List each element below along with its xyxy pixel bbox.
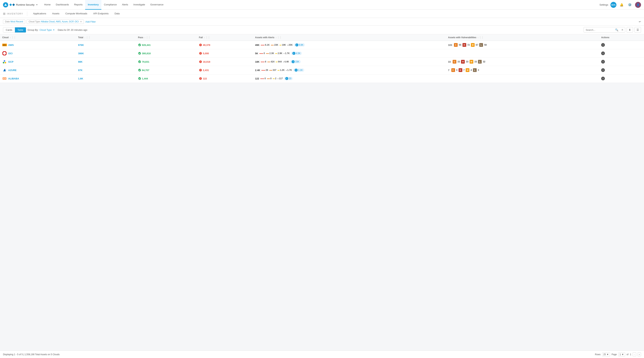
alerts-total-azure[interactable]: 2.4K bbox=[255, 69, 260, 72]
alerts-total-oci[interactable]: 5K bbox=[255, 52, 258, 55]
action-info-button-azure[interactable]: i bbox=[601, 68, 605, 72]
nav-item-governance[interactable]: Governance bbox=[148, 0, 166, 10]
download-button[interactable]: ⬇ bbox=[627, 27, 633, 33]
fail-value-azure[interactable]: 2,431 bbox=[203, 69, 209, 72]
subnav-item-api[interactable]: API Endpoints bbox=[90, 10, 112, 18]
alert-count[interactable]: 4.4K bbox=[284, 60, 289, 63]
group-by-value[interactable]: Cloud Type bbox=[40, 29, 52, 31]
brand-label[interactable]: Runtime Security bbox=[16, 3, 34, 6]
alerts-total-aws[interactable]: 49K bbox=[255, 44, 260, 47]
pass-value-aws[interactable]: 926,441 bbox=[142, 44, 151, 47]
cards-tab[interactable]: Cards bbox=[3, 28, 15, 33]
alerts-sort-icon[interactable]: ↕ bbox=[276, 37, 276, 39]
alert-count[interactable]: 0 bbox=[264, 52, 265, 55]
alert-count[interactable]: 0 bbox=[264, 77, 266, 80]
cloud-sort-icon[interactable]: ↕ bbox=[10, 37, 10, 39]
pass-value-azure[interactable]: 94,707 bbox=[142, 69, 150, 72]
alert-count[interactable]: 337 bbox=[272, 69, 276, 71]
reset-filter-icon[interactable]: ↩ bbox=[639, 20, 641, 23]
alerts-total-gcp[interactable]: 18K bbox=[255, 60, 260, 63]
notifications-icon[interactable]: 🔔 bbox=[619, 2, 624, 8]
alert-count[interactable]: 0 bbox=[270, 77, 272, 80]
table-tab[interactable]: Table bbox=[15, 28, 26, 33]
alert-count[interactable]: 1.7K bbox=[287, 69, 292, 71]
score-badge[interactable]: 81% bbox=[610, 2, 616, 8]
fail-value-oci[interactable]: 5,000 bbox=[203, 52, 209, 55]
cloud-type-filter-chip[interactable]: Cloud Type Alibaba Cloud, AWS, Azure, GC… bbox=[27, 20, 84, 24]
alert-count[interactable]: 424 bbox=[271, 60, 274, 63]
pass-value-gcp[interactable]: 79,831 bbox=[142, 60, 150, 63]
nav-item-inventory[interactable]: Inventory bbox=[85, 0, 101, 10]
search-icon[interactable]: 🔍 bbox=[614, 27, 620, 33]
brand-chevron-icon[interactable]: ▼ bbox=[36, 4, 38, 6]
pass-sort-icon[interactable]: ↕ bbox=[144, 37, 145, 39]
alert-info-aws[interactable]: i 9.8K bbox=[294, 43, 305, 47]
search-clear-icon[interactable]: ✕ bbox=[620, 27, 625, 33]
date-filter-chip[interactable]: Date Most Recent bbox=[3, 20, 25, 24]
alert-count[interactable]: 117 bbox=[279, 77, 283, 80]
subnav-item-compute[interactable]: Compute Workloads bbox=[62, 10, 90, 18]
settings-label[interactable]: Settings bbox=[600, 3, 608, 6]
alert-count[interactable]: 6 bbox=[265, 60, 266, 63]
alert-count[interactable]: 19K bbox=[282, 44, 286, 46]
fail-sort-icon[interactable]: ↕ bbox=[204, 37, 205, 39]
action-info-button-alibaba[interactable]: i bbox=[601, 77, 605, 80]
total-value-alibaba[interactable]: 1.6K bbox=[78, 77, 83, 80]
total-value-aws[interactable]: 976K bbox=[78, 44, 84, 47]
cloud-name-azure[interactable]: AZURE bbox=[8, 69, 16, 72]
total-drag-icon[interactable]: ⋮⋮ bbox=[86, 36, 90, 39]
alerts-total-alibaba[interactable]: 122 bbox=[255, 77, 259, 80]
search-input[interactable] bbox=[584, 28, 614, 33]
vuln-sort-icon[interactable]: ↕ bbox=[478, 37, 478, 39]
nav-item-home[interactable]: Home bbox=[42, 0, 53, 10]
total-value-oci[interactable]: 386K bbox=[78, 52, 84, 55]
cloud-type-filter-close-icon[interactable]: ✕ bbox=[80, 21, 82, 23]
subnav-item-assets[interactable]: Assets bbox=[49, 10, 62, 18]
vuln-drag-icon[interactable]: ⋮⋮ bbox=[479, 36, 484, 39]
alert-count[interactable]: 944 bbox=[278, 60, 282, 63]
alert-count[interactable]: 2.9K bbox=[278, 52, 282, 55]
pass-drag-icon[interactable]: ⋮⋮ bbox=[146, 36, 150, 39]
add-filter-button[interactable]: Add Filter bbox=[85, 20, 96, 23]
total-value-gcp[interactable]: 98K bbox=[78, 60, 82, 63]
alert-count[interactable]: 25K bbox=[289, 44, 293, 46]
fail-value-gcp[interactable]: 18,018 bbox=[203, 60, 210, 63]
alert-count[interactable]: 23K bbox=[274, 44, 278, 46]
alert-info-gcp[interactable]: i 15K bbox=[290, 60, 300, 63]
fail-value-alibaba[interactable]: 122 bbox=[203, 77, 207, 80]
alert-count[interactable]: 26 bbox=[266, 69, 268, 71]
subnav-item-data[interactable]: Data bbox=[112, 10, 122, 18]
cloud-name-oci[interactable]: OCI bbox=[8, 52, 12, 55]
nav-item-alerts[interactable]: Alerts bbox=[119, 0, 131, 10]
total-value-azure[interactable]: 97K bbox=[78, 69, 82, 72]
cloud-name-gcp[interactable]: GCP bbox=[8, 60, 14, 63]
subnav-item-applications[interactable]: Applications bbox=[30, 10, 49, 18]
alert-info-azure[interactable]: i 1.1K bbox=[293, 69, 304, 72]
cloud-name-aws[interactable]: AWS bbox=[8, 44, 14, 47]
alert-info-alibaba[interactable]: i 20 bbox=[284, 77, 293, 80]
alert-info-oci[interactable]: i 4.5K bbox=[291, 52, 302, 55]
pass-value-alibaba[interactable]: 1,444 bbox=[142, 77, 148, 80]
fail-value-aws[interactable]: 49,378 bbox=[203, 44, 210, 47]
gear-icon[interactable]: ⚙️ bbox=[627, 2, 633, 8]
pass-value-oci[interactable]: 380,818 bbox=[142, 52, 151, 55]
group-by-chevron-icon[interactable]: ▼ bbox=[53, 29, 55, 31]
columns-button[interactable]: ☰ bbox=[634, 27, 641, 33]
brand-logo[interactable]: Runtime Security ▼ bbox=[3, 2, 38, 8]
fail-drag-icon[interactable]: ⋮⋮ bbox=[206, 36, 210, 39]
alert-count[interactable]: 2 bbox=[275, 77, 276, 80]
nav-item-compliance[interactable]: Compliance bbox=[101, 0, 120, 10]
alert-count[interactable]: 1.7K bbox=[285, 52, 290, 55]
user-avatar[interactable]: 👤 bbox=[635, 2, 641, 8]
action-info-button-aws[interactable]: i bbox=[601, 43, 605, 47]
action-info-button-gcp[interactable]: i bbox=[601, 60, 605, 64]
nav-item-dashboards[interactable]: Dashboards bbox=[53, 0, 72, 10]
alerts-drag-icon[interactable]: ⋮⋮ bbox=[277, 36, 282, 39]
nav-item-reports[interactable]: Reports bbox=[72, 0, 85, 10]
nav-item-investigate[interactable]: Investigate bbox=[131, 0, 148, 10]
cloud-drag-icon[interactable]: ⋮⋮ bbox=[11, 36, 16, 39]
cloud-name-alibaba[interactable]: ALIBABA bbox=[8, 77, 19, 80]
alert-count[interactable]: 2.3K bbox=[269, 52, 274, 55]
alert-count[interactable]: 1.2K bbox=[280, 69, 284, 71]
alert-count[interactable]: 6.1K bbox=[265, 44, 270, 46]
